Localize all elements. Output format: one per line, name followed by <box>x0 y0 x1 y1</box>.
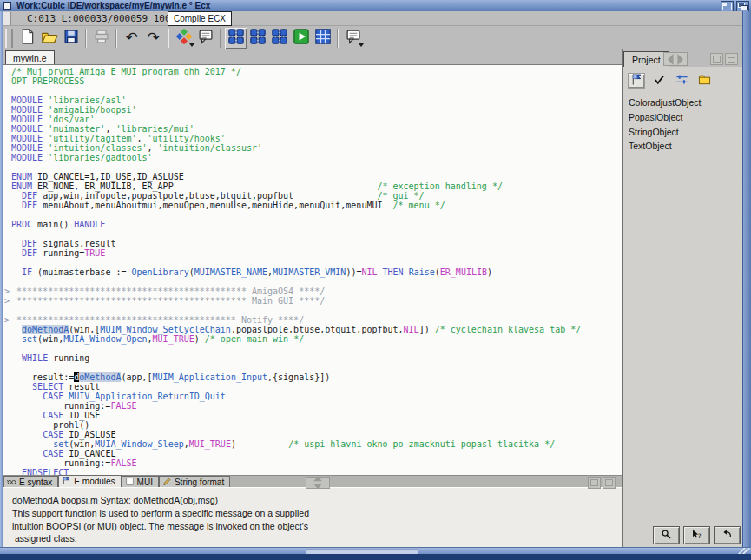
toolbar-separator <box>337 29 339 48</box>
code-token: MODULE <box>11 143 43 153</box>
code-token <box>11 267 22 277</box>
code-line: set(win,MUIA_Window_Open,MUI_TRUE) /* op… <box>11 334 622 344</box>
code-token: ) <box>194 334 205 344</box>
code-line: ENUM ER_NONE, ER_MUILIB, ER_APP /* excep… <box>11 181 622 191</box>
blue-cluster-icon <box>271 28 288 48</box>
project-item[interactable]: ColoradjustObject <box>629 96 742 110</box>
code-token <box>11 468 22 475</box>
editor-column: mywin.e /* Muj prvni Amiga E MUI program… <box>3 49 622 547</box>
code-token: FALSE <box>110 458 136 468</box>
help-panel: doMethodA boopsi.m Syntax: doMethodA(obj… <box>3 487 622 547</box>
window-border-right[interactable] <box>742 11 751 547</box>
code-line: MODULE 'amigaLib/boopsi' <box>11 105 622 115</box>
project-item[interactable]: PopaslObject <box>629 110 742 125</box>
code-token: 'utility/tagitem' <box>48 134 136 143</box>
code-token: 'amigaLib/boopsi' <box>48 105 136 115</box>
tab-string-format[interactable]: String format <box>159 476 230 487</box>
revert-button[interactable] <box>714 526 741 544</box>
code-token: CASE <box>43 411 63 420</box>
code-line: result:=doMethodA(app,[MUIM_Application_… <box>11 372 622 382</box>
flag-icon <box>62 476 71 487</box>
code-token: (win, <box>69 439 95 449</box>
print-button[interactable] <box>90 28 112 49</box>
code-line: set(win,MUIA_Window_Sleep,MUI_TRUE) /* u… <box>11 439 622 449</box>
tab-e-modules[interactable]: E modules <box>58 475 121 487</box>
notes-button[interactable] <box>342 28 364 49</box>
code-token: OPT PREPROCESS <box>11 76 84 86</box>
tab-mui[interactable]: MUI <box>122 476 159 487</box>
compile-2-button[interactable] <box>247 28 268 49</box>
dropdown-caret-icon[interactable] <box>359 43 364 47</box>
redo-button[interactable]: ↷ <box>142 28 164 49</box>
code-line: CASE ID_USE <box>11 411 622 420</box>
titlebar[interactable]: Work:Cubic IDE/workspace/myE/mywin.e ° E… <box>0 0 751 11</box>
window-border-left[interactable] <box>0 11 3 547</box>
code-token: ER_MUILIB <box>440 267 487 277</box>
code-token: app,win,infopole,popaslpole,btuse,btquit… <box>37 191 377 201</box>
tab-e-syntax[interactable]: E syntax <box>3 476 58 487</box>
code-token <box>11 353 22 363</box>
code-token: 'intuition/classes' <box>48 143 147 153</box>
code-token: /* gui */ <box>377 191 424 201</box>
context-help-button[interactable]: ? <box>683 526 710 544</box>
code-token: MUI_TRUE <box>189 439 231 449</box>
toolbar-separator <box>168 29 169 48</box>
code-token: 'dos/var' <box>48 115 95 124</box>
project-table-button[interactable] <box>312 28 333 49</box>
code-token: ENDSELECT <box>22 468 69 475</box>
panel-iconify-gadget[interactable] <box>725 53 738 65</box>
code-editor[interactable]: /* Muj prvni Amiga E MUI program ghh 201… <box>3 64 622 475</box>
search-button[interactable] <box>653 526 680 544</box>
code-line: /* Muj prvni Amiga E MUI program ghh 201… <box>11 67 622 76</box>
panel-float-gadget[interactable] <box>710 53 723 65</box>
code-token: result:= <box>11 372 74 382</box>
compile-3-button[interactable] <box>268 28 290 49</box>
window-border-bottom[interactable] <box>0 547 751 554</box>
code-token: , <box>137 134 148 143</box>
help-cursor-icon: ? <box>691 529 702 543</box>
code-token: MODULE <box>11 96 43 105</box>
new-file-button[interactable] <box>16 28 38 49</box>
code-line <box>11 277 622 287</box>
tab-scroll-gadget[interactable] <box>306 477 330 489</box>
open-file-button[interactable] <box>38 28 60 49</box>
interfaces-button[interactable] <box>673 73 690 89</box>
syntax-colors-button[interactable] <box>173 28 194 49</box>
tab-project[interactable]: Project <box>623 51 669 67</box>
code-line: CASE ID_CANCEL <box>11 449 622 458</box>
bottom-panel-iconify-gadget[interactable] <box>603 477 616 489</box>
tooltip-compile-ecx: Compile ECX <box>168 11 232 26</box>
files-folder-button[interactable] <box>695 73 713 89</box>
project-item[interactable]: StringObject <box>629 125 742 140</box>
code-token: MUIM_Application_Input <box>153 372 267 382</box>
close-gadget[interactable] <box>3 2 11 10</box>
floppy-icon <box>63 28 80 48</box>
code-token: (win,[ <box>69 325 100 334</box>
undo-button[interactable]: ↶ <box>121 28 142 49</box>
code-token: MUIV_Application_ReturnID_Quit <box>69 392 226 401</box>
code-token: running:= <box>11 458 110 468</box>
code-line: DEF menuAbout,menuAboutmui,menuOpen,menu… <box>11 201 622 210</box>
code-token: main() <box>32 220 74 229</box>
editor-tab-mywin[interactable]: mywin.e <box>5 50 55 64</box>
modules-flag-button[interactable] <box>628 73 645 89</box>
tab-label: E syntax <box>19 478 52 487</box>
compile-ecx-button[interactable] <box>225 28 247 49</box>
project-item[interactable]: TextObject <box>629 139 742 154</box>
project-object-list: ColoradjustObjectPopaslObjectStringObjec… <box>623 91 742 154</box>
pencil-icon <box>162 477 172 488</box>
code-token <box>11 382 32 392</box>
check-button[interactable] <box>650 73 668 89</box>
code-token: DEF <box>22 191 37 201</box>
toolbar-grip[interactable] <box>5 29 13 48</box>
code-line <box>11 306 622 315</box>
code-token: running <box>48 353 89 363</box>
comment-button[interactable] <box>194 28 216 49</box>
save-file-button[interactable] <box>60 28 82 49</box>
bottom-panel-float-gadget[interactable] <box>588 477 601 489</box>
run-button[interactable] <box>290 28 312 49</box>
window-title: Work:Cubic IDE/workspace/myE/mywin.e ° E… <box>16 1 210 10</box>
depth-icon <box>737 2 748 11</box>
panel-cycle-gadget[interactable] <box>663 52 688 66</box>
undo-arrow-icon: ↶ <box>125 30 137 45</box>
